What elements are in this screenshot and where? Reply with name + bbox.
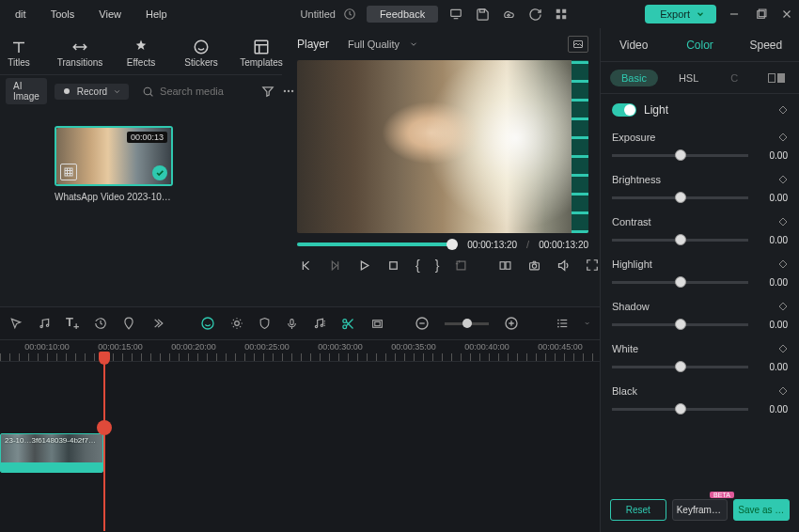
menu-tools[interactable]: Tools bbox=[39, 5, 86, 23]
tl-ai-face-icon[interactable] bbox=[200, 316, 215, 331]
keyframe-icon[interactable] bbox=[778, 259, 788, 269]
cloud-icon[interactable] bbox=[500, 6, 517, 23]
slider-track[interactable] bbox=[612, 196, 748, 199]
snapshot-icon[interactable] bbox=[568, 36, 588, 53]
menu-view[interactable]: View bbox=[87, 5, 133, 23]
svg-point-29 bbox=[316, 325, 318, 327]
play-icon[interactable] bbox=[357, 258, 371, 273]
export-button[interactable]: Export bbox=[645, 5, 716, 23]
reset-button[interactable]: Reset bbox=[610, 499, 666, 521]
tl-music-icon[interactable] bbox=[313, 317, 326, 330]
menu-help[interactable]: Help bbox=[134, 5, 179, 23]
keyframe-icon[interactable] bbox=[778, 105, 788, 115]
tool-titles[interactable]: Titles bbox=[0, 39, 38, 68]
record-button[interactable]: Record bbox=[55, 84, 129, 100]
ai-image-button[interactable]: AI Image bbox=[6, 78, 47, 104]
minimize-icon[interactable] bbox=[726, 6, 743, 23]
keyframe-icon[interactable] bbox=[778, 217, 788, 227]
keyframe-icon[interactable] bbox=[778, 302, 788, 311]
keyframe-icon[interactable] bbox=[778, 344, 788, 353]
crop-icon[interactable] bbox=[454, 258, 468, 273]
maximize-icon[interactable] bbox=[752, 6, 769, 23]
timeline-tracks[interactable]: 23-10…3f6148039-4b2f7… bbox=[0, 362, 600, 531]
tl-audio-icon[interactable] bbox=[38, 317, 51, 330]
subtab-hsl[interactable]: HSL bbox=[667, 70, 710, 86]
fullscreen-icon[interactable] bbox=[586, 258, 599, 272]
slider-track[interactable] bbox=[612, 366, 748, 368]
desktop-icon[interactable] bbox=[447, 6, 464, 23]
keyframe-panel-button[interactable]: Keyframe P... bbox=[672, 499, 728, 521]
search-input[interactable] bbox=[160, 86, 254, 97]
stop-icon[interactable] bbox=[386, 258, 400, 273]
save-as-custom-button[interactable]: Save as cu... bbox=[733, 499, 790, 521]
menu-edit[interactable]: dit bbox=[4, 5, 38, 23]
subtab-basic[interactable]: Basic bbox=[610, 70, 658, 86]
save-icon[interactable] bbox=[474, 6, 491, 23]
camera-icon[interactable] bbox=[527, 259, 541, 272]
zoom-slider[interactable] bbox=[445, 322, 488, 325]
prev-frame-icon[interactable] bbox=[299, 258, 313, 273]
filter-icon[interactable] bbox=[261, 85, 274, 98]
refresh-icon[interactable] bbox=[526, 6, 543, 23]
keyframe-icon[interactable] bbox=[778, 133, 788, 142]
svg-rect-34 bbox=[375, 321, 380, 325]
tl-text-icon[interactable]: T+ bbox=[66, 315, 79, 332]
light-toggle[interactable] bbox=[612, 103, 636, 117]
svg-rect-4 bbox=[562, 9, 566, 13]
compare-icon[interactable] bbox=[498, 259, 512, 272]
bracket-out-icon[interactable]: } bbox=[435, 258, 440, 273]
section-light-label: Light bbox=[644, 103, 668, 117]
timeline: T+ 00:00:10:0000:00:15:0000:00:20:0000:0… bbox=[0, 306, 600, 532]
tool-transitions[interactable]: Transitions bbox=[60, 39, 100, 68]
sync-icon[interactable] bbox=[343, 8, 356, 21]
tl-marker-icon[interactable] bbox=[122, 317, 135, 330]
tab-speed[interactable]: Speed bbox=[733, 28, 799, 61]
slider-value: 0.00 bbox=[758, 362, 788, 372]
apps-icon[interactable] bbox=[553, 6, 570, 23]
tl-shield-icon[interactable] bbox=[258, 317, 271, 330]
keyframe-icon[interactable] bbox=[778, 386, 788, 396]
tool-effects[interactable]: Effects bbox=[122, 39, 160, 68]
svg-rect-28 bbox=[290, 319, 293, 324]
slider-track[interactable] bbox=[612, 408, 748, 411]
timeline-ruler[interactable]: 00:00:10:0000:00:15:0000:00:20:0000:00:2… bbox=[0, 339, 600, 362]
tab-video[interactable]: Video bbox=[601, 28, 666, 61]
tl-list-icon[interactable] bbox=[556, 317, 569, 330]
tl-split-icon[interactable] bbox=[341, 317, 355, 331]
svg-rect-18 bbox=[390, 261, 398, 269]
close-icon[interactable] bbox=[778, 6, 795, 23]
tl-history-icon[interactable] bbox=[94, 317, 107, 330]
quality-dropdown[interactable]: Full Quality bbox=[348, 39, 418, 50]
play-out-icon[interactable] bbox=[328, 258, 342, 273]
tl-enhance-icon[interactable] bbox=[230, 317, 243, 330]
tl-mic-icon[interactable] bbox=[286, 317, 298, 331]
search-input-wrap[interactable] bbox=[136, 86, 254, 98]
panel-layout-icon[interactable] bbox=[768, 73, 785, 83]
svg-rect-16 bbox=[65, 168, 72, 176]
tab-color[interactable]: Color bbox=[666, 28, 732, 61]
tool-templates[interactable]: Templates bbox=[243, 39, 280, 68]
preview-seekbar[interactable]: 00:00:13:20 / 00:00:13:20 bbox=[288, 233, 598, 250]
slider-track[interactable] bbox=[612, 323, 748, 326]
tool-stickers[interactable]: Stickers bbox=[182, 39, 220, 68]
tl-aspect-icon[interactable] bbox=[370, 318, 384, 330]
slider-label: Exposure bbox=[612, 132, 655, 143]
slider-track[interactable] bbox=[612, 281, 748, 284]
keyframe-icon[interactable] bbox=[778, 175, 788, 184]
slider-track[interactable] bbox=[612, 239, 748, 242]
preview-viewport[interactable] bbox=[297, 60, 588, 233]
zoom-out-icon[interactable] bbox=[415, 316, 430, 331]
playhead[interactable] bbox=[103, 362, 105, 531]
bracket-in-icon[interactable]: { bbox=[415, 258, 420, 273]
slider-track[interactable] bbox=[612, 154, 748, 157]
chevron-down-icon[interactable] bbox=[584, 319, 590, 328]
tl-more-icon[interactable] bbox=[150, 317, 164, 330]
tl-pointer-icon[interactable] bbox=[9, 317, 23, 330]
subtab-curves[interactable]: C bbox=[719, 70, 749, 86]
feedback-button[interactable]: Feedback bbox=[367, 6, 438, 23]
media-clip-thumb[interactable]: 00:00:13 bbox=[55, 126, 173, 186]
timeline-clip[interactable]: 23-10…3f6148039-4b2f7… bbox=[0, 433, 103, 473]
volume-icon[interactable] bbox=[556, 258, 571, 273]
zoom-in-icon[interactable] bbox=[504, 316, 519, 331]
playhead-cut-icon[interactable] bbox=[97, 420, 112, 435]
